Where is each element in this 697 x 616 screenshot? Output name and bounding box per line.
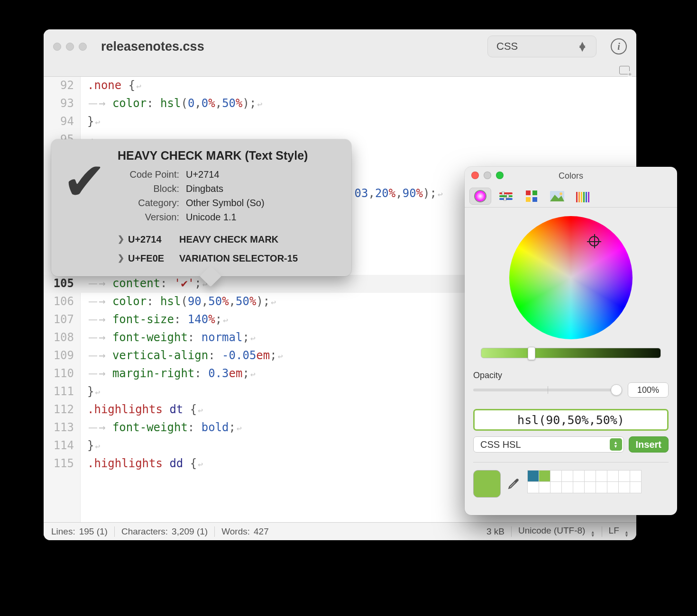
line-number: 113 xyxy=(44,419,81,437)
color-wheel[interactable] xyxy=(509,216,633,339)
svg-rect-17 xyxy=(581,192,582,202)
ruler-bar xyxy=(44,63,636,77)
svg-rect-11 xyxy=(532,197,537,202)
color-wheel-tab-icon[interactable] xyxy=(469,188,491,205)
zoom-icon[interactable] xyxy=(496,172,504,179)
svg-rect-5 xyxy=(502,191,504,195)
opacity-field[interactable]: 100% xyxy=(628,382,669,398)
svg-rect-16 xyxy=(578,192,580,202)
color-format-selector[interactable]: CSS HSL ▲▼ xyxy=(473,436,624,453)
popover-row: Category:Other Symbol (So) xyxy=(118,196,340,210)
statusbar: Lines: 195 (1) Characters: 3,209 (1) Wor… xyxy=(44,522,636,540)
info-icon[interactable]: i xyxy=(611,38,627,54)
minimize-icon[interactable] xyxy=(484,172,491,179)
swatch-cell[interactable] xyxy=(561,481,573,493)
line-content: }↩ xyxy=(81,113,100,131)
svg-rect-2 xyxy=(499,192,513,194)
chevron-updown-icon: ▲▼ xyxy=(610,438,622,451)
zoom-icon[interactable] xyxy=(79,43,87,51)
lines-label: Lines: xyxy=(51,526,75,537)
wheel-cursor-icon[interactable] xyxy=(589,236,599,246)
chars-count: 3,209 (1) xyxy=(172,526,208,537)
chevron-right-icon: ❯ xyxy=(118,249,124,268)
palettes-tab-icon[interactable] xyxy=(521,188,542,205)
line-ending-selector[interactable]: LF ▲▼ xyxy=(609,525,629,537)
colors-titlebar: Colors xyxy=(465,167,677,185)
popover-row: Block:Dingbats xyxy=(118,181,340,196)
svg-rect-6 xyxy=(507,194,509,198)
brightness-slider[interactable] xyxy=(481,348,661,358)
svg-point-14 xyxy=(559,192,562,195)
current-color-swatch[interactable] xyxy=(473,470,501,498)
line-content: ⸺→ font-size: 140%;↩ xyxy=(81,311,228,329)
pencils-tab-icon[interactable] xyxy=(572,188,594,205)
close-icon[interactable] xyxy=(53,43,61,51)
line-number: 109 xyxy=(44,347,81,365)
encoding-selector[interactable]: Unicode (UTF-8) ▲▼ xyxy=(518,525,595,537)
line-number: 107 xyxy=(44,311,81,329)
swatch-cell[interactable] xyxy=(630,481,642,493)
line-content: .highlights dt {↩ xyxy=(81,401,203,419)
code-line[interactable]: 93⸺→ color: hsl(0,0%,50%);↩ xyxy=(44,95,636,113)
language-selector[interactable]: CSS ▲▼ xyxy=(487,36,596,57)
insert-button[interactable]: Insert xyxy=(629,436,669,453)
image-tab-icon[interactable] xyxy=(546,188,568,205)
line-number: 94 xyxy=(44,113,81,131)
minimize-icon[interactable] xyxy=(66,43,74,51)
line-content: }↩ xyxy=(81,383,100,401)
chevron-updown-icon: ▲▼ xyxy=(577,43,587,50)
swatch-cell[interactable] xyxy=(561,470,573,482)
close-icon[interactable] xyxy=(471,172,479,179)
eyedropper-icon[interactable] xyxy=(507,470,521,493)
opacity-slider[interactable] xyxy=(473,389,622,391)
add-pane-icon[interactable] xyxy=(619,66,630,74)
opacity-thumb[interactable] xyxy=(611,384,622,396)
swatch-cell[interactable] xyxy=(596,470,607,482)
brightness-thumb[interactable] xyxy=(528,347,535,360)
words-count: 427 xyxy=(254,526,269,537)
code-line[interactable]: 92.none {↩ xyxy=(44,77,636,95)
swatch-grid[interactable] xyxy=(527,470,641,493)
svg-rect-15 xyxy=(576,192,578,202)
swatch-cell[interactable] xyxy=(573,481,585,493)
swatch-cell[interactable] xyxy=(607,470,619,482)
swatch-cell[interactable] xyxy=(618,470,630,482)
chevron-right-icon: ❯ xyxy=(118,230,124,249)
swatch-cell[interactable] xyxy=(584,470,596,482)
chars-label: Characters: xyxy=(121,526,168,537)
line-number: 93 xyxy=(44,95,81,113)
popover-codepoint-row[interactable]: ❯U+2714 HEAVY CHECK MARK xyxy=(118,230,340,249)
document-title: releasenotes.css xyxy=(101,39,482,54)
svg-rect-9 xyxy=(532,190,537,195)
file-size: 3 kB xyxy=(486,526,504,537)
swatch-cell[interactable] xyxy=(527,481,539,493)
swatch-cell[interactable] xyxy=(550,481,562,493)
opacity-label: Opacity xyxy=(473,371,669,380)
svg-rect-19 xyxy=(586,192,587,202)
swatch-cell[interactable] xyxy=(618,481,630,493)
popover-codepoint-row[interactable]: ❯U+FE0E VARIATION SELECTOR-15 xyxy=(118,249,340,268)
swatch-cell[interactable] xyxy=(539,481,550,493)
popover-row: Version:Unicode 1.1 xyxy=(118,210,340,224)
swatch-cell[interactable] xyxy=(550,470,562,482)
svg-rect-10 xyxy=(526,197,531,202)
line-number: 108 xyxy=(44,329,81,347)
line-content: ⸺→ color: hsl(0,0%,50%);↩ xyxy=(81,95,262,113)
line-content: ⸺→ content: '✔︎';↩ xyxy=(81,275,208,293)
swatch-cell[interactable] xyxy=(584,481,596,493)
line-content: ⸺→ vertical-align: -0.05em;↩ xyxy=(81,347,283,365)
swatch-cell[interactable] xyxy=(539,470,550,482)
code-line[interactable]: 94}↩ xyxy=(44,113,636,131)
line-number: 105 xyxy=(44,275,81,293)
swatch-cell[interactable] xyxy=(527,470,539,482)
svg-rect-3 xyxy=(499,195,513,197)
sliders-tab-icon[interactable] xyxy=(495,188,517,205)
color-value-field[interactable]: hsl(90,50%,50%) xyxy=(473,409,669,431)
swatch-cell[interactable] xyxy=(573,470,585,482)
swatch-cell[interactable] xyxy=(596,481,607,493)
swatch-cell[interactable] xyxy=(607,481,619,493)
titlebar: releasenotes.css CSS ▲▼ i xyxy=(44,29,636,63)
swatch-cell[interactable] xyxy=(630,470,642,482)
words-label: Words: xyxy=(221,526,250,537)
line-number: 112 xyxy=(44,401,81,419)
